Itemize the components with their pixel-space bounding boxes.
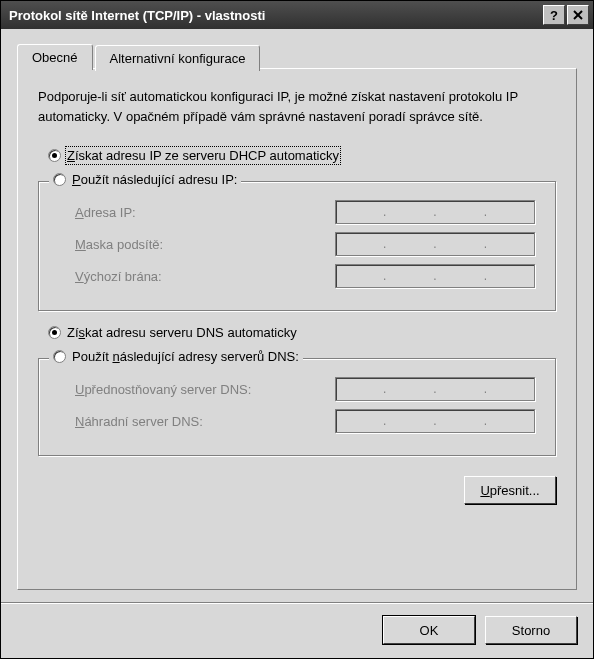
advanced-button[interactable]: Upřesnit... (464, 476, 556, 504)
row-ip-address: Adresa IP: ... (75, 200, 539, 224)
radio-dns-auto[interactable] (48, 326, 61, 339)
input-dns-alternate[interactable]: ... (335, 409, 535, 433)
label-dns-preferred: Upřednostňovaný server DNS: (75, 382, 335, 397)
advanced-row: Upřesnit... (38, 476, 556, 504)
titlebar-buttons: ? (543, 5, 589, 25)
radio-ip-auto[interactable] (48, 149, 61, 162)
ok-button[interactable]: OK (383, 616, 475, 644)
label-subnet-mask: Maska podsítě: (75, 237, 335, 252)
row-subnet-mask: Maska podsítě: ... (75, 232, 539, 256)
row-dns-alternate: Náhradní server DNS: ... (75, 409, 539, 433)
close-icon (573, 10, 583, 20)
radio-ip-manual-label[interactable]: Použít následující adresu IP: (72, 172, 237, 187)
label-ip-address: Adresa IP: (75, 205, 335, 220)
cancel-label: Storno (512, 623, 550, 638)
radio-row-ip-manual[interactable]: Použít následující adresu IP: (49, 172, 241, 187)
radio-row-dns-auto[interactable]: Získat adresu serveru DNS automaticky (48, 325, 556, 340)
row-default-gateway: Výchozí brána: ... (75, 264, 539, 288)
tcpip-properties-window: Protokol sítě Internet (TCP/IP) - vlastn… (0, 0, 594, 659)
row-dns-preferred: Upřednostňovaný server DNS: ... (75, 377, 539, 401)
tabpanel-general: Podporuje-li síť automatickou konfigurac… (17, 68, 577, 590)
tab-general-label: Obecné (32, 50, 78, 65)
client-area: Obecné Alternativní konfigurace Podporuj… (1, 29, 593, 602)
radio-row-ip-auto[interactable]: Získat adresu IP ze serveru DHCP automat… (48, 148, 556, 163)
radio-dns-manual-label[interactable]: Použít následující adresy serverů DNS: (72, 349, 299, 364)
tabstrip: Obecné Alternativní konfigurace (17, 43, 577, 69)
tab-alternate-label: Alternativní konfigurace (110, 51, 246, 66)
radio-dns-auto-label[interactable]: Získat adresu serveru DNS automaticky (67, 325, 297, 340)
input-dns-preferred[interactable]: ... (335, 377, 535, 401)
input-ip-address[interactable]: ... (335, 200, 535, 224)
label-dns-alternate: Náhradní server DNS: (75, 414, 335, 429)
tab-alternate[interactable]: Alternativní konfigurace (95, 45, 261, 71)
ok-label: OK (420, 623, 439, 638)
tab-general[interactable]: Obecné (17, 44, 93, 70)
radio-dns-manual[interactable] (53, 350, 66, 363)
dns-manual-group: Použít následující adresy serverů DNS: U… (38, 358, 556, 456)
input-subnet-mask[interactable]: ... (335, 232, 535, 256)
label-default-gateway: Výchozí brána: (75, 269, 335, 284)
window-title: Protokol sítě Internet (TCP/IP) - vlastn… (9, 8, 543, 23)
radio-ip-manual[interactable] (53, 173, 66, 186)
radio-ip-auto-label[interactable]: Získat adresu IP ze serveru DHCP automat… (67, 148, 339, 163)
radio-row-dns-manual[interactable]: Použít následující adresy serverů DNS: (49, 349, 303, 364)
titlebar: Protokol sítě Internet (TCP/IP) - vlastn… (1, 1, 593, 29)
help-button[interactable]: ? (543, 5, 565, 25)
input-default-gateway[interactable]: ... (335, 264, 535, 288)
dialog-buttons: OK Storno (1, 604, 593, 658)
cancel-button[interactable]: Storno (485, 616, 577, 644)
ip-manual-group: Použít následující adresu IP: Adresa IP:… (38, 181, 556, 311)
description-text: Podporuje-li síť automatickou konfigurac… (38, 87, 556, 126)
close-button[interactable] (567, 5, 589, 25)
